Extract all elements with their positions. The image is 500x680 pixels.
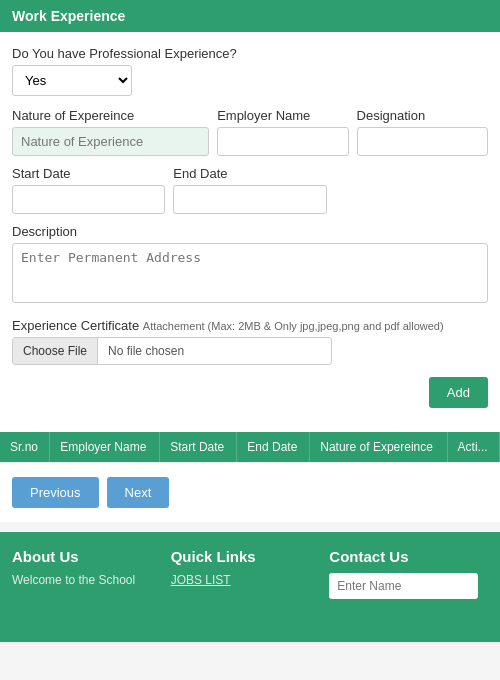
start-date-label: Start Date [12, 166, 165, 181]
navigation-buttons: Previous Next [0, 462, 500, 522]
dates-row: Start Date End Date [12, 166, 488, 214]
add-button[interactable]: Add [429, 377, 488, 408]
next-button[interactable]: Next [107, 477, 170, 508]
designation-input[interactable] [357, 127, 488, 156]
footer: About Us Welcome to the School Quick Lin… [0, 532, 500, 642]
cert-note: Attachement (Max: 2MB & Only jpg,jpeg,pn… [143, 320, 444, 332]
contact-name-input[interactable] [329, 573, 478, 599]
footer-contact: Contact Us [329, 548, 488, 626]
professional-experience-select[interactable]: Yes [12, 65, 132, 96]
end-date-label: End Date [173, 166, 326, 181]
empty-col [335, 166, 488, 214]
description-label: Description [12, 224, 488, 239]
about-title: About Us [12, 548, 161, 565]
contact-title: Contact Us [329, 548, 478, 565]
employer-input[interactable] [217, 127, 348, 156]
table-header-cell: Start Date [160, 432, 237, 462]
section-header: Work Experience [0, 0, 500, 32]
table-header-cell: Employer Name [50, 432, 160, 462]
table-header-row: Sr.noEmployer NameStart DateEnd DateNatu… [0, 432, 500, 462]
nature-group: Nature of Expereince [12, 108, 209, 156]
end-date-input[interactable] [173, 185, 326, 214]
start-date-group: Start Date [12, 166, 165, 214]
professional-experience-label: Do You have Professional Experience? [12, 46, 488, 61]
file-upload-container: Choose File No file chosen [12, 337, 332, 365]
table-header-cell: Sr.no [0, 432, 50, 462]
certificate-group: Experience Certificate Attachement (Max:… [12, 318, 488, 365]
designation-label: Designation [357, 108, 488, 123]
previous-button[interactable]: Previous [12, 477, 99, 508]
employer-label: Employer Name [217, 108, 348, 123]
footer-about: About Us Welcome to the School [12, 548, 171, 626]
add-button-row: Add [12, 377, 488, 408]
file-name-display: No file chosen [98, 338, 331, 364]
cert-label: Experience Certificate Attachement (Max:… [12, 318, 488, 333]
employer-group: Employer Name [217, 108, 348, 156]
choose-file-button[interactable]: Choose File [13, 338, 98, 364]
table-header-cell: End Date [237, 432, 310, 462]
nature-input[interactable] [12, 127, 209, 156]
nature-employer-designation-row: Nature of Expereince Employer Name Desig… [12, 108, 488, 156]
professional-experience-group: Do You have Professional Experience? Yes [12, 46, 488, 96]
description-group: Description [12, 224, 488, 306]
start-date-input[interactable] [12, 185, 165, 214]
nature-label: Nature of Expereince [12, 108, 209, 123]
jobs-list-link[interactable]: JOBS LIST [171, 573, 320, 587]
table-header-cell: Acti... [447, 432, 499, 462]
description-textarea[interactable] [12, 243, 488, 303]
table-header-cell: Nature of Expereince [310, 432, 447, 462]
about-text: Welcome to the School [12, 573, 161, 587]
table-header: Sr.noEmployer NameStart DateEnd DateNatu… [0, 432, 500, 462]
end-date-group: End Date [173, 166, 326, 214]
footer-quick-links: Quick Links JOBS LIST [171, 548, 330, 626]
experience-table: Sr.noEmployer NameStart DateEnd DateNatu… [0, 432, 500, 462]
quick-links-title: Quick Links [171, 548, 320, 565]
section-title: Work Experience [12, 8, 125, 24]
work-experience-form: Do You have Professional Experience? Yes… [0, 32, 500, 432]
designation-group: Designation [357, 108, 488, 156]
